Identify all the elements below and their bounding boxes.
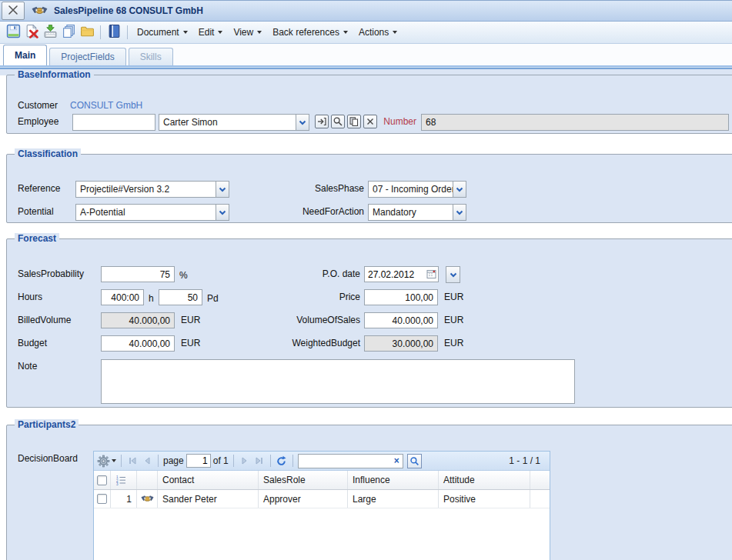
menu-actions[interactable]: Actions — [353, 24, 403, 41]
grid-header-row: 1 2 3 Contact SalesRole Influence Attitu… — [94, 471, 550, 490]
menu-view[interactable]: View — [228, 24, 267, 41]
number-field[interactable] — [421, 114, 729, 131]
column-header-contact[interactable]: Contact — [158, 471, 259, 489]
clear-search-icon[interactable]: × — [391, 455, 403, 466]
tab-skills[interactable]: Skills — [129, 48, 173, 65]
grid-toolbar: page of 1 — [94, 452, 550, 471]
number-label: Number — [346, 116, 416, 127]
employee-label: Employee — [18, 116, 58, 127]
section-classification: Classification Reference Projectile#Vers… — [6, 148, 732, 223]
customer-label: Customer — [18, 100, 58, 111]
window-titlebar: SalesPipeline 68 CONSULT GmbH — [0, 0, 732, 22]
refresh-button[interactable] — [276, 454, 288, 468]
save-icon — [6, 24, 21, 41]
save-button[interactable] — [4, 23, 22, 42]
delete-button[interactable] — [22, 23, 41, 42]
toolbar-separator — [127, 25, 128, 39]
hours-field[interactable] — [101, 289, 144, 305]
caret-down-icon — [112, 459, 116, 462]
persondays-field[interactable] — [159, 289, 202, 305]
volumeofsales-field[interactable] — [364, 312, 438, 328]
menu-back-references[interactable]: Back references — [267, 24, 353, 41]
salesprobability-unit: % — [179, 270, 188, 281]
budget-label: Budget — [18, 338, 47, 348]
column-header-influence[interactable]: Influence — [348, 471, 439, 489]
note-textarea[interactable] — [101, 359, 575, 404]
grid-search-input[interactable] — [299, 455, 391, 466]
import-button[interactable] — [41, 23, 59, 42]
note-label: Note — [18, 361, 37, 372]
menu-edit[interactable]: Edit — [193, 24, 229, 41]
podate-dropdown-button[interactable] — [446, 266, 460, 283]
chevron-down-icon — [296, 115, 309, 130]
needforaction-select[interactable]: Mandatory — [368, 204, 466, 221]
price-label: Price — [222, 292, 360, 302]
volumeofsales-label: VolumeOfSales — [222, 315, 360, 325]
weightedbudget-field[interactable] — [364, 335, 438, 352]
podate-field[interactable] — [364, 266, 439, 282]
salesprobability-field[interactable] — [101, 266, 175, 282]
reference-label: Reference — [18, 183, 60, 194]
salesphase-label: SalesPhase — [230, 183, 364, 194]
reference-select[interactable]: Projectile#Version 3.2 — [75, 181, 229, 198]
prev-page-button[interactable] — [141, 454, 153, 468]
caret-down-icon — [218, 31, 222, 34]
goto-record-button[interactable] — [315, 115, 329, 128]
search-employee-button[interactable] — [331, 115, 345, 128]
calendar-icon[interactable] — [426, 269, 436, 279]
employee-filter-input[interactable] — [72, 114, 155, 131]
folder-button[interactable] — [78, 23, 96, 42]
grid-search-button[interactable] — [407, 454, 422, 468]
first-page-button[interactable] — [126, 454, 139, 468]
customer-link[interactable]: CONSULT GmbH — [70, 100, 142, 111]
section-legend: Forecast — [15, 233, 59, 244]
tab-main[interactable]: Main — [3, 45, 47, 65]
budget-field[interactable] — [101, 335, 175, 352]
price-field[interactable] — [364, 289, 438, 305]
cell-influence: Large — [348, 490, 439, 508]
goto-icon — [316, 116, 327, 127]
needforaction-label: NeedForAction — [230, 206, 364, 217]
svg-text:3: 3 — [116, 482, 119, 485]
close-window-button[interactable] — [2, 2, 25, 20]
toolbar-separator — [100, 25, 101, 39]
caret-down-icon — [343, 31, 348, 34]
main-toolbar: Document Edit View Back references Actio… — [0, 22, 732, 44]
search-icon — [409, 456, 419, 466]
cell-salesrole: Approver — [259, 490, 348, 508]
section-participants2: Participants2 DecisionBoard — [6, 419, 732, 560]
copy-icon — [62, 24, 76, 41]
menu-document[interactable]: Document — [132, 24, 193, 41]
rownumber-header[interactable]: 1 2 3 — [111, 471, 137, 489]
table-row[interactable]: 1 Sander Peter Approver Large — [94, 490, 550, 508]
row-number: 1 — [111, 490, 137, 508]
tab-projectfields[interactable]: ProjectFields — [49, 48, 125, 65]
potential-select[interactable]: A-Potential — [75, 204, 229, 221]
catalog-button[interactable] — [105, 23, 123, 42]
row-checkbox[interactable] — [97, 494, 107, 504]
grid-settings-button[interactable] — [97, 455, 116, 468]
salesphase-select[interactable]: 07 - Incoming Order — [368, 181, 466, 198]
volumeofsales-unit: EUR — [444, 315, 463, 325]
column-header-salesrole[interactable]: SalesRole — [259, 471, 348, 489]
cell-contact[interactable]: Sander Peter — [158, 490, 259, 508]
handshake-icon — [141, 494, 154, 504]
tab-bar: Main ProjectFields Skills — [0, 44, 732, 65]
delete-document-icon — [25, 24, 39, 41]
caret-down-icon — [393, 31, 397, 34]
billedvolume-field[interactable] — [101, 312, 175, 328]
close-icon — [7, 4, 19, 18]
podate-input[interactable] — [365, 269, 426, 280]
copy-button[interactable] — [59, 23, 78, 42]
hours-label: Hours — [18, 292, 42, 302]
next-page-icon — [240, 456, 249, 465]
record-count: 1 - 1 / 1 — [509, 455, 540, 466]
column-header-attitude[interactable]: Attitude — [439, 471, 530, 489]
page-number-input[interactable] — [186, 454, 211, 468]
last-page-button[interactable] — [253, 454, 266, 468]
employee-select[interactable]: Carter Simon — [159, 114, 309, 131]
hours-unit: h — [149, 293, 154, 304]
select-all-checkbox[interactable] — [97, 475, 107, 485]
application-window: SalesPipeline 68 CONSULT GmbH — [0, 0, 732, 560]
next-page-button[interactable] — [239, 454, 251, 468]
